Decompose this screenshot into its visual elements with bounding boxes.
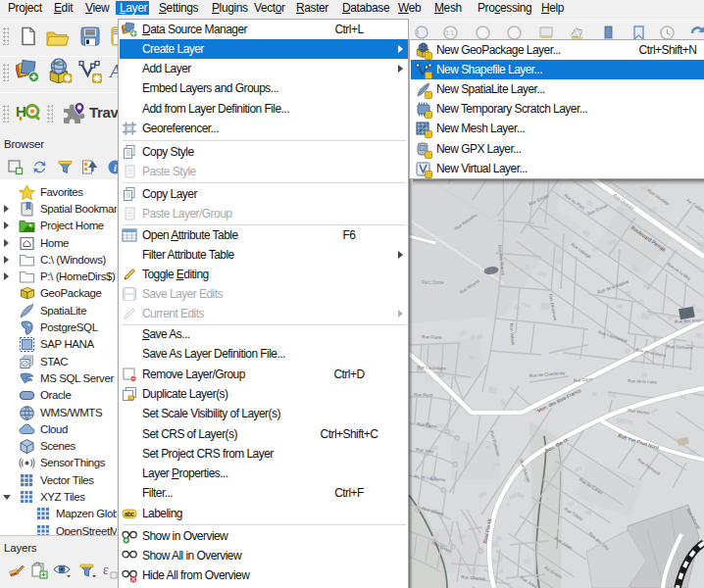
svg-text:abc: abc	[125, 511, 134, 517]
svg-text:Parc Ovide: Parc Ovide	[422, 280, 444, 285]
svg-text:ε: ε	[103, 563, 109, 577]
svg-text:Rue Perth: Rue Perth	[414, 392, 434, 398]
svg-text:i: i	[114, 163, 117, 173]
svg-text:1:1: 1:1	[445, 29, 454, 36]
